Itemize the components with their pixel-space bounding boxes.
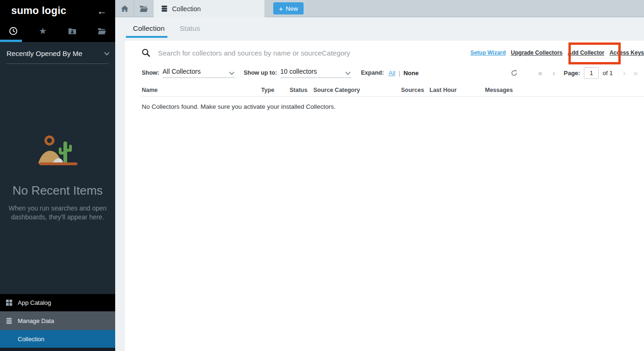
collapse-sidebar-arrow-icon[interactable]: ← bbox=[97, 6, 107, 16]
recently-opened-dropdown[interactable]: Recently Opened By Me bbox=[7, 49, 109, 64]
chevron-down-icon bbox=[345, 70, 350, 75]
app-catalog-label: App Catalog bbox=[18, 299, 51, 306]
expand-label: Expand: bbox=[361, 70, 384, 76]
column-header-name[interactable]: Name bbox=[142, 87, 261, 93]
sidebar-header: sumo logic ← ★ bbox=[0, 0, 115, 42]
library-folder-icon[interactable] bbox=[95, 28, 109, 35]
toolbar-links: Setup Wizard Upgrade Collectors Add Coll… bbox=[471, 49, 644, 56]
column-header-status[interactable]: Status bbox=[290, 87, 313, 93]
library-tab-button[interactable] bbox=[134, 0, 153, 17]
no-recent-items-empty-state: No Recent Items When you run searches an… bbox=[0, 134, 115, 222]
desert-illustration bbox=[35, 134, 80, 168]
show-up-to-dropdown-value: 10 collectors bbox=[280, 68, 317, 75]
previous-page-button[interactable]: ‹ bbox=[553, 69, 555, 77]
tab-collection-label: Collection bbox=[172, 5, 201, 13]
next-page-button[interactable]: › bbox=[623, 69, 626, 77]
empty-state-description: When you run searches and open dashboard… bbox=[6, 204, 110, 222]
app-catalog-grid-icon bbox=[6, 299, 13, 306]
refresh-icon[interactable] bbox=[511, 70, 518, 77]
search-input[interactable] bbox=[157, 49, 471, 57]
sidebar-item-collection[interactable]: Collection bbox=[0, 330, 115, 348]
recently-opened-label: Recently Opened By Me bbox=[7, 49, 83, 57]
upgrade-collectors-link[interactable]: Upgrade Collectors bbox=[511, 49, 563, 56]
new-tab-button[interactable]: + New bbox=[273, 2, 304, 14]
no-collectors-message: No Collectors found. Make sure you activ… bbox=[142, 103, 336, 110]
setup-wizard-link[interactable]: Setup Wizard bbox=[471, 49, 506, 56]
active-tab-indicator bbox=[126, 36, 167, 38]
show-dropdown-value: All Collectors bbox=[163, 68, 201, 75]
search-row: Setup Wizard Upgrade Collectors Add Coll… bbox=[142, 44, 644, 61]
first-page-button[interactable]: « bbox=[538, 69, 542, 77]
favorites-star-icon[interactable]: ★ bbox=[36, 26, 50, 36]
database-icon bbox=[6, 317, 13, 324]
tab-collection-sub[interactable]: Collection bbox=[133, 24, 165, 33]
expand-none-option[interactable]: None bbox=[403, 70, 419, 77]
divider: | bbox=[399, 70, 400, 77]
collection-label: Collection bbox=[18, 336, 44, 343]
empty-state-title: No Recent Items bbox=[0, 183, 115, 198]
chevron-down-icon bbox=[104, 50, 109, 55]
page-label: Page: bbox=[564, 70, 580, 77]
home-tab-button[interactable] bbox=[115, 0, 134, 17]
recents-clock-icon[interactable] bbox=[6, 27, 20, 35]
collector-controls-row: Show: All Collectors Show up to: 10 coll… bbox=[142, 65, 638, 80]
column-header-type[interactable]: Type bbox=[261, 87, 290, 93]
sidebar-item-app-catalog[interactable]: App Catalog bbox=[0, 294, 115, 311]
column-header-messages[interactable]: Messages bbox=[485, 87, 644, 93]
page-count-label: of 1 bbox=[602, 70, 613, 77]
personal-folder-icon[interactable] bbox=[65, 28, 79, 35]
recents-panel: Recently Opened By Me No Recent Items Wh… bbox=[0, 42, 115, 294]
chevron-down-icon bbox=[229, 70, 234, 75]
show-up-to-label: Show up to: bbox=[244, 70, 277, 76]
tab-status-sub[interactable]: Status bbox=[180, 24, 200, 33]
column-header-sources[interactable]: Sources bbox=[401, 87, 429, 93]
main-area: Collection + New Collection Status Setup… bbox=[115, 0, 644, 351]
folder-icon bbox=[139, 5, 148, 12]
sumo-logic-logo: sumo logic bbox=[11, 5, 66, 17]
sidebar: sumo logic ← ★ Recently Opened By Me bbox=[0, 0, 115, 351]
sumo-logic-app: sumo logic ← ★ Recently Opened By Me bbox=[0, 0, 644, 351]
home-icon bbox=[121, 5, 129, 12]
show-dropdown[interactable]: All Collectors bbox=[163, 68, 235, 78]
search-icon bbox=[142, 49, 150, 57]
sub-tabs: Collection Status bbox=[115, 17, 644, 41]
database-icon bbox=[161, 5, 168, 12]
manage-data-label: Manage Data bbox=[18, 317, 54, 324]
sidebar-next-item-edge bbox=[0, 348, 115, 351]
column-header-last-hour[interactable]: Last Hour bbox=[429, 87, 485, 93]
tab-collection[interactable]: Collection bbox=[153, 0, 264, 17]
add-collector-link[interactable]: Add Collector bbox=[568, 49, 604, 56]
column-header-source-category[interactable]: Source Category bbox=[313, 87, 401, 93]
last-page-button[interactable]: » bbox=[634, 69, 638, 77]
expand-all-link[interactable]: All bbox=[388, 70, 395, 77]
page-number-input[interactable] bbox=[584, 67, 599, 79]
show-label: Show: bbox=[142, 70, 159, 76]
plus-icon: + bbox=[279, 5, 283, 12]
collectors-table-header: Name Type Status Source Category Sources… bbox=[142, 84, 644, 97]
new-button-label: New bbox=[286, 5, 298, 12]
tab-strip: Collection + New bbox=[115, 0, 644, 17]
sidebar-item-manage-data[interactable]: Manage Data bbox=[0, 311, 115, 330]
show-up-to-dropdown[interactable]: 10 collectors bbox=[280, 68, 352, 78]
collection-panel: Setup Wizard Upgrade Collectors Add Coll… bbox=[125, 41, 644, 351]
access-keys-link[interactable]: Access Keys bbox=[609, 49, 644, 56]
